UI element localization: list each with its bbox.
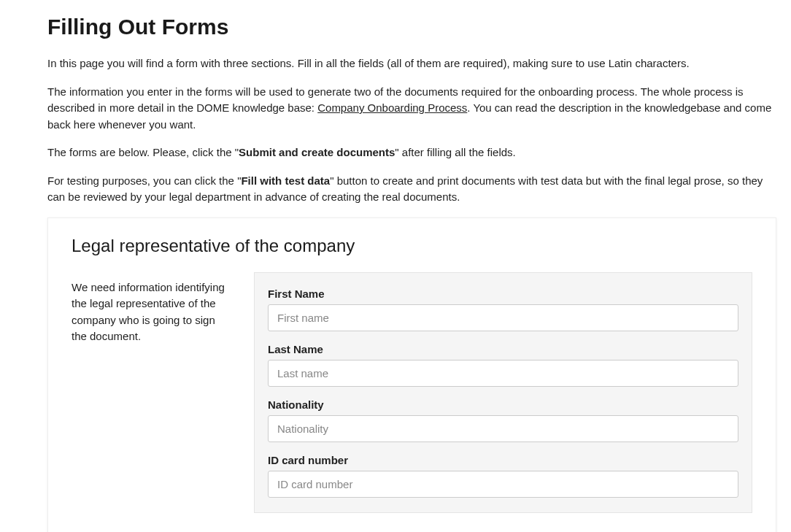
form-section-title: Legal representative of the company [72, 236, 752, 256]
field-group-first-name: First Name [268, 288, 738, 331]
fill-test-data-button-name: Fill with test data [241, 174, 330, 187]
submit-button-name: Submit and create documents [239, 146, 395, 158]
field-group-id-card: ID card number [268, 454, 738, 498]
form-fields-container: First Name Last Name Nationality ID card… [254, 272, 752, 513]
form-section-description: We need information identifying the lega… [72, 272, 225, 345]
intro-paragraph-4: For testing purposes, you can click the … [47, 173, 776, 206]
field-group-last-name: Last Name [268, 343, 738, 387]
intro-p4-text-a: For testing purposes, you can click the … [47, 174, 241, 187]
onboarding-process-link[interactable]: Company Onboarding Process [317, 101, 467, 114]
first-name-label: First Name [268, 288, 738, 300]
nationality-label: Nationality [268, 398, 738, 411]
intro-p3-text-a: The forms are below. Please, click the " [47, 146, 239, 158]
field-group-nationality: Nationality [268, 398, 738, 442]
form-card-legal-representative: Legal representative of the company We n… [47, 217, 776, 533]
page-title: Filling Out Forms [47, 15, 776, 39]
intro-paragraph-3: The forms are below. Please, click the "… [47, 144, 776, 161]
form-body: We need information identifying the lega… [72, 272, 752, 513]
nationality-input[interactable] [268, 415, 738, 442]
intro-section: In this page you will find a form with t… [47, 55, 776, 206]
first-name-input[interactable] [268, 304, 738, 331]
id-card-input[interactable] [268, 471, 738, 498]
last-name-label: Last Name [268, 343, 738, 355]
last-name-input[interactable] [268, 360, 738, 387]
id-card-label: ID card number [268, 454, 738, 466]
intro-paragraph-1: In this page you will find a form with t… [47, 55, 776, 72]
intro-p3-text-b: " after filling all the fields. [395, 146, 515, 158]
intro-paragraph-2: The information you enter in the forms w… [47, 84, 776, 134]
